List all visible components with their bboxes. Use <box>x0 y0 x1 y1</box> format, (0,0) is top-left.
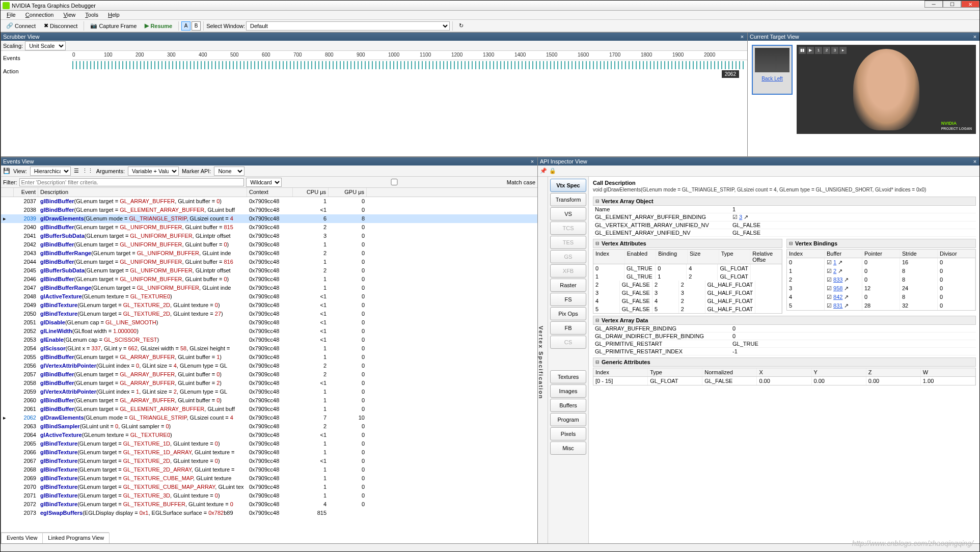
preview-viewport[interactable]: ▮▮ ▶ 1 2 3 ▸ NVIDIAPROJECT LOGAN <box>797 45 976 134</box>
preview-2-button[interactable]: 2 <box>823 47 830 54</box>
event-row[interactable]: 2037glBindBuffer(GLenum target = GL_ARRA… <box>1 197 537 206</box>
event-row[interactable]: 2052glLineWidth(GLfloat width = 1.000000… <box>1 327 537 336</box>
scrubber-events-track[interactable] <box>72 61 745 69</box>
table-row[interactable]: 0☑ 1 ↗0160 <box>787 258 975 267</box>
event-row[interactable]: 2050glBindTexture(GLenum target = GL_TEX… <box>1 310 537 318</box>
vao-header[interactable]: Vertex Array Object <box>593 197 976 206</box>
stage-images[interactable]: Images <box>550 384 586 398</box>
minimize-button[interactable]: ─ <box>924 1 943 8</box>
marker-api-dropdown[interactable]: None <box>214 167 244 176</box>
table-row[interactable]: [0 - 15]GL_FLOATGL_FALSE0.000.000.001.00 <box>593 377 975 385</box>
filter-mode-dropdown[interactable]: Wildcard <box>246 178 282 187</box>
event-row[interactable]: 2070glBindTexture(GLenum target = GL_TEX… <box>1 483 537 491</box>
event-row[interactable]: 2046glBindBuffer(GLenum target = GL_UNIF… <box>1 275 537 284</box>
table-row[interactable]: 2☑ 833 ↗080 <box>787 275 975 284</box>
table-row[interactable]: 3GL_FALSE33GL_HALF_FLOAT <box>593 289 782 297</box>
scrubber-close-icon[interactable]: × <box>739 34 745 40</box>
menu-view[interactable]: View <box>60 11 80 19</box>
vertex-array-data-header[interactable]: Vertex Array Data <box>593 316 976 325</box>
stage-transform[interactable]: Transform <box>550 193 586 206</box>
filter-input[interactable] <box>19 178 244 186</box>
preview-3-button[interactable]: 3 <box>831 47 838 54</box>
event-row[interactable]: 2071glBindTexture(GLenum target = GL_TEX… <box>1 491 537 500</box>
arguments-dropdown[interactable]: Variable + Value <box>128 167 179 176</box>
event-row[interactable]: ▸2039glDrawElements(GLenum mode = GL_TRI… <box>1 214 537 223</box>
target-thumbnail[interactable]: Back Left <box>752 45 793 95</box>
stage-raster[interactable]: Raster <box>550 279 586 292</box>
stage-vtx-spec[interactable]: Vtx Spec <box>550 179 586 192</box>
event-row[interactable]: 2043glBindBufferRange(GLenum target = GL… <box>1 249 537 258</box>
vertex-bindings-header[interactable]: Vertex Bindings <box>786 239 976 248</box>
event-row[interactable]: 2048glActiveTexture(GLenum texture = GL_… <box>1 292 537 301</box>
event-row[interactable]: 2051glDisable(GLenum cap = GL_LINE_SMOOT… <box>1 318 537 327</box>
event-row[interactable]: 2072glBindTexture(GLenum target = GL_TEX… <box>1 500 537 509</box>
event-row[interactable]: 2053glEnable(GLenum cap = GL_SCISSOR_TES… <box>1 336 537 344</box>
disconnect-button[interactable]: ✖ Disconnect <box>40 21 81 31</box>
event-row[interactable]: 2042glBindBuffer(GLenum target = GL_UNIF… <box>1 240 537 249</box>
menu-file[interactable]: File <box>3 11 20 19</box>
event-row[interactable]: 2073eglSwapBuffers(EGLDisplay display = … <box>1 509 537 517</box>
stage-pix-ops[interactable]: Pix Ops <box>550 307 586 320</box>
refresh-button[interactable]: ↻ <box>455 21 467 31</box>
event-row[interactable]: 2067glBindTexture(GLenum target = GL_TEX… <box>1 457 537 465</box>
event-row[interactable]: 2047glBindBufferRange(GLenum target = GL… <box>1 284 537 292</box>
current-target-close-icon[interactable]: × <box>972 34 978 40</box>
mode-a-button[interactable]: A <box>181 21 190 31</box>
mode-b-button[interactable]: B <box>192 21 201 31</box>
connect-button[interactable]: 🔗 Connect <box>3 21 39 31</box>
event-row[interactable]: 2069glBindTexture(GLenum target = GL_TEX… <box>1 474 537 483</box>
event-row[interactable]: 2038glBindBuffer(GLenum target = GL_ELEM… <box>1 206 537 214</box>
event-row[interactable]: 2066glBindTexture(GLenum target = GL_TEX… <box>1 448 537 457</box>
stage-tcs[interactable]: TCS <box>550 222 586 235</box>
generic-attributes-header[interactable]: Generic Attributes <box>593 357 976 367</box>
menu-help[interactable]: Help <box>104 11 124 19</box>
preview-play-icon[interactable]: ▶ <box>807 47 814 54</box>
table-row[interactable]: 0GL_TRUE04GL_FLOAT <box>593 264 782 272</box>
table-row[interactable]: 4GL_FALSE42GL_HALF_FLOAT <box>593 297 782 305</box>
scrubber-ruler[interactable]: 0100200300400500600700800900100011001200… <box>72 51 747 60</box>
match-case-checkbox[interactable] <box>284 179 505 185</box>
stage-fb[interactable]: FB <box>550 321 586 335</box>
table-row[interactable]: 5☑ 831 ↗28320 <box>787 301 975 310</box>
table-row[interactable]: 2GL_FALSE22GL_HALF_FLOAT <box>593 281 782 289</box>
pin-icon[interactable]: 📌 <box>540 168 547 174</box>
thumbnail-link[interactable]: Back Left <box>761 76 783 81</box>
stage-vs[interactable]: VS <box>550 207 586 220</box>
event-row[interactable]: 2061glBindBuffer(GLenum target = GL_ELEM… <box>1 405 537 413</box>
tree-icon[interactable]: ☰ <box>74 168 79 174</box>
table-row[interactable]: 5GL_FALSE52GL_HALF_FLOAT <box>593 305 782 313</box>
events-rows-container[interactable]: 2037glBindBuffer(GLenum target = GL_ARRA… <box>1 197 537 534</box>
event-row[interactable]: 2063glBindSampler(GLuint unit = 0, GLuin… <box>1 422 537 431</box>
table-row[interactable]: 1☑ 2 ↗080 <box>787 267 975 275</box>
event-row[interactable]: ▸2062glDrawElements(GLenum mode = GL_TRI… <box>1 413 537 422</box>
select-window-dropdown[interactable]: Default <box>246 21 450 31</box>
event-row[interactable]: 2058glBindBuffer(GLenum target = GL_ARRA… <box>1 379 537 388</box>
menu-connection[interactable]: Connection <box>21 11 58 19</box>
stage-fs[interactable]: FS <box>550 293 586 306</box>
event-row[interactable]: 2049glBindTexture(GLenum target = GL_TEX… <box>1 301 537 310</box>
scaling-dropdown[interactable]: Unit Scale <box>25 41 66 50</box>
stage-gs[interactable]: GS <box>550 250 586 263</box>
event-row[interactable]: 2055glBindBuffer(GLenum target = GL_ARRA… <box>1 353 537 362</box>
event-row[interactable]: 2054glScissor(GLint x = 337, GLint y = 6… <box>1 344 537 353</box>
vertex-attributes-header[interactable]: Vertex Attributes <box>593 239 782 248</box>
event-row[interactable]: 2056glVertexAttribPointer(GLuint index =… <box>1 362 537 370</box>
event-row[interactable]: 2040glBindBuffer(GLenum target = GL_UNIF… <box>1 223 537 232</box>
stage-pixels[interactable]: Pixels <box>550 427 586 440</box>
tab-events-view[interactable]: Events View <box>1 533 43 543</box>
flat-icon[interactable]: ⋮⋮ <box>82 168 93 174</box>
capture-frame-button[interactable]: 📷 Capture Frame <box>87 21 140 31</box>
stage-program[interactable]: Program <box>550 413 586 426</box>
event-row[interactable]: 2065glBindTexture(GLenum target = GL_TEX… <box>1 439 537 448</box>
table-row[interactable]: 4☑ 842 ↗080 <box>787 293 975 301</box>
event-row[interactable]: 2064glActiveTexture(GLenum texture = GL_… <box>1 431 537 439</box>
tab-linked-programs[interactable]: Linked Programs View <box>42 533 110 543</box>
event-row[interactable]: 2059glVertexAttribPointer(GLuint index =… <box>1 388 537 396</box>
preview-pause-icon[interactable]: ▮▮ <box>799 47 806 54</box>
stage-cs[interactable]: CS <box>550 336 586 349</box>
stage-tes[interactable]: TES <box>550 236 586 249</box>
view-dropdown[interactable]: Hierarchical <box>30 167 71 176</box>
menu-tools[interactable]: Tools <box>81 11 102 19</box>
api-inspector-close-icon[interactable]: × <box>972 158 978 164</box>
event-row[interactable]: 2041glBufferSubData(GLenum target = GL_U… <box>1 232 537 240</box>
